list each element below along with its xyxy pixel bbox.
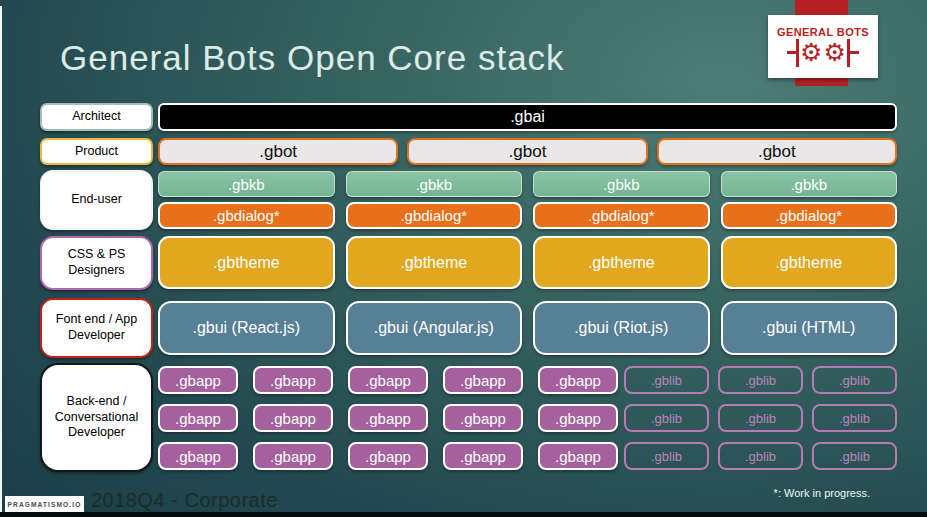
row-gbai: .gbai <box>158 103 897 131</box>
gbapp-box: .gbapp <box>253 404 333 432</box>
gear-icon: ⚙ <box>824 40 846 66</box>
logo-brand-text: GENERAL BOTS <box>777 26 869 38</box>
label-backend-conversational-developer: Back-end / Conversational Developer <box>40 363 153 472</box>
gbtheme-box: .gbtheme <box>346 236 523 289</box>
label-frontend-app-developer: Font end / App Developer <box>40 298 153 358</box>
gblib-box: .gblib <box>718 404 803 432</box>
gblib-group: .gblib .gblib .gblib <box>624 442 897 470</box>
gbapp-box: .gbapp <box>538 366 618 394</box>
label-css-ps-designers: CSS & PS Designers <box>40 236 153 290</box>
label-end-user: End-user <box>40 170 153 230</box>
gbapp-box: .gbapp <box>443 442 523 470</box>
gbui-html-box: .gbui (HTML) <box>721 301 898 355</box>
gblib-box: .gblib <box>624 404 709 432</box>
gbdialog-box: .gbdialog* <box>721 202 898 229</box>
row-backend-2: .gbapp .gbapp .gbapp .gbapp .gbapp .gbli… <box>158 404 897 432</box>
gbapp-box: .gbapp <box>348 366 428 394</box>
gbui-riot-box: .gbui (Riot.js) <box>533 301 710 355</box>
gbapp-box: .gbapp <box>253 366 333 394</box>
gbot-box: .gbot <box>407 138 647 165</box>
gbdialog-box: .gbdialog* <box>346 202 523 229</box>
gbapp-box: .gbapp <box>538 442 618 470</box>
left-edge-accent-line <box>0 6 2 512</box>
gbapp-box: .gbapp <box>158 366 238 394</box>
gbapp-box: .gbapp <box>158 442 238 470</box>
gbkb-box: .gbkb <box>533 171 710 197</box>
row-gbtheme: .gbtheme .gbtheme .gbtheme .gbtheme <box>158 236 897 289</box>
page-title: General Bots Open Core stack <box>60 38 565 78</box>
gblib-group: .gblib .gblib .gblib <box>624 404 897 432</box>
gbtheme-box: .gbtheme <box>158 236 335 289</box>
gbapp-group: .gbapp .gbapp .gbapp .gbapp .gbapp <box>158 366 618 394</box>
gbtheme-box: .gbtheme <box>721 236 898 289</box>
row-gbkb: .gbkb .gbkb .gbkb .gbkb <box>158 171 897 197</box>
gbkb-box: .gbkb <box>346 171 523 197</box>
gblib-box: .gblib <box>624 442 709 470</box>
gbai-box: .gbai <box>158 103 897 131</box>
gblib-box: .gblib <box>812 442 897 470</box>
bottom-black-bar <box>0 512 927 517</box>
gblib-box: .gblib <box>718 366 803 394</box>
row-gbdialog: .gbdialog* .gbdialog* .gbdialog* .gbdial… <box>158 202 897 229</box>
gbui-angular-box: .gbui (Angular.js) <box>346 301 523 355</box>
row-backend-3: .gbapp .gbapp .gbapp .gbapp .gbapp .gbli… <box>158 442 897 470</box>
gbkb-box: .gbkb <box>158 171 335 197</box>
gbapp-group: .gbapp .gbapp .gbapp .gbapp .gbapp <box>158 404 618 432</box>
pragmatismo-logo-badge: PRAGMATISMO.IO <box>5 496 84 512</box>
gears-icon: ⚙ ⚙ <box>796 39 850 67</box>
footer-caption: 2018Q4 - Corporate <box>91 489 278 512</box>
gear-bar-right <box>847 39 850 67</box>
label-product: Product <box>40 138 153 165</box>
gbdialog-box: .gbdialog* <box>533 202 710 229</box>
slide: General Bots Open Core stack GENERAL BOT… <box>0 0 927 517</box>
gblib-box: .gblib <box>718 442 803 470</box>
gblib-box: .gblib <box>624 366 709 394</box>
gbapp-box: .gbapp <box>443 366 523 394</box>
gbapp-box: .gbapp <box>348 442 428 470</box>
gbapp-box: .gbapp <box>158 404 238 432</box>
gbapp-group: .gbapp .gbapp .gbapp .gbapp .gbapp <box>158 442 618 470</box>
gbapp-box: .gbapp <box>538 404 618 432</box>
row-backend-1: .gbapp .gbapp .gbapp .gbapp .gbapp .gbli… <box>158 366 897 394</box>
label-architect: Architect <box>40 103 153 131</box>
gear-bar-left <box>796 39 799 67</box>
row-gbui: .gbui (React.js) .gbui (Angular.js) .gbu… <box>158 301 897 355</box>
gblib-group: .gblib .gblib .gblib <box>624 366 897 394</box>
gbot-box: .gbot <box>657 138 897 165</box>
general-bots-logo: GENERAL BOTS ⚙ ⚙ <box>768 15 878 78</box>
gbui-react-box: .gbui (React.js) <box>158 301 335 355</box>
gbapp-box: .gbapp <box>348 404 428 432</box>
gblib-box: .gblib <box>812 366 897 394</box>
work-in-progress-note: *: Work in progress. <box>774 487 870 499</box>
gbapp-box: .gbapp <box>253 442 333 470</box>
gear-icon: ⚙ <box>800 40 822 66</box>
gbapp-box: .gbapp <box>443 404 523 432</box>
gbdialog-box: .gbdialog* <box>158 202 335 229</box>
gbot-box: .gbot <box>158 138 398 165</box>
gbkb-box: .gbkb <box>721 171 898 197</box>
gblib-box: .gblib <box>812 404 897 432</box>
row-gbot: .gbot .gbot .gbot <box>158 138 897 165</box>
gbtheme-box: .gbtheme <box>533 236 710 289</box>
